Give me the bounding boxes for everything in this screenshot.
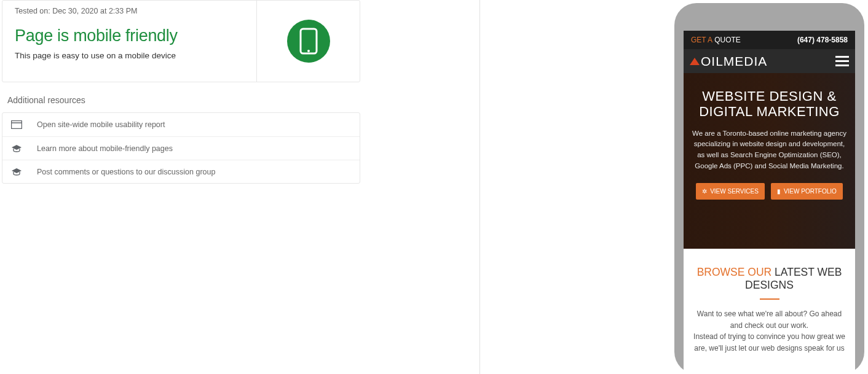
browse-heading-accent: BROWSE OUR (697, 266, 772, 278)
web-icon (11, 119, 26, 130)
result-text-area: Tested on: Dec 30, 2020 at 2:33 PM Page … (2, 1, 256, 82)
accent-divider (760, 298, 779, 300)
view-services-button[interactable]: ✲ VIEW SERVICES (696, 183, 765, 200)
phone-mockup-frame: GET AQUOTE (647) 478-5858 OILMEDIA WEBSI… (674, 3, 864, 374)
hamburger-line-icon (835, 56, 849, 58)
get-a-quote-link[interactable]: GET AQUOTE (691, 36, 741, 44)
hero-title: WEBSITE DESIGN & DIGITAL MARKETING (691, 88, 848, 120)
phone-screen: GET AQUOTE (647) 478-5858 OILMEDIA WEBSI… (684, 31, 855, 374)
quote-text: QUOTE (714, 36, 741, 44)
resource-discussion-group[interactable]: Post comments or questions to our discus… (2, 160, 360, 183)
site-logo[interactable]: OILMEDIA (690, 54, 767, 69)
svg-rect-1 (303, 31, 314, 49)
hamburger-menu-button[interactable] (835, 56, 849, 66)
resource-label: Learn more about mobile-friendly pages (37, 144, 173, 153)
additional-resources-card: Open site-wide mobile usability report L… (2, 112, 360, 184)
resource-usability-report[interactable]: Open site-wide mobile usability report (2, 113, 360, 136)
hamburger-line-icon (835, 60, 849, 62)
browse-p1: Want to see what we're all about? Go ahe… (697, 310, 842, 330)
mobile-friendly-result-card: Tested on: Dec 30, 2020 at 2:33 PM Page … (2, 0, 360, 82)
hero-description: We are a Toronto-based online marketing … (691, 128, 848, 172)
svg-point-2 (307, 50, 310, 52)
vertical-divider (479, 0, 480, 374)
view-portfolio-button[interactable]: ▮ VIEW PORTFOLIO (771, 183, 843, 200)
resource-learn-more[interactable]: Learn more about mobile-friendly pages (2, 136, 360, 160)
preview-topbar: GET AQUOTE (647) 478-5858 (684, 31, 855, 49)
button-label: VIEW PORTFOLIO (784, 188, 837, 195)
phone-number-link[interactable]: (647) 478-5858 (797, 36, 848, 44)
svg-rect-3 (12, 121, 22, 129)
get-a-text: GET A (691, 36, 712, 44)
school-icon (11, 166, 26, 177)
hero-title-line1: WEBSITE DESIGN & (702, 88, 836, 104)
smartphone-icon (299, 28, 318, 55)
document-icon: ▮ (777, 188, 781, 195)
preview-browse-section: BROWSE OUR LATEST WEB DESIGNS Want to se… (684, 249, 855, 354)
mobile-friendly-badge (287, 20, 330, 63)
browse-heading: BROWSE OUR LATEST WEB DESIGNS (691, 266, 848, 292)
resource-label: Open site-wide mobile usability report (37, 120, 165, 129)
browse-description: Want to see what we're all about? Go ahe… (691, 308, 848, 354)
result-icon-area (256, 1, 360, 82)
result-panel: Tested on: Dec 30, 2020 at 2:33 PM Page … (0, 0, 479, 374)
hamburger-line-icon (835, 64, 849, 66)
button-label: VIEW SERVICES (710, 188, 759, 195)
preview-logobar: OILMEDIA (684, 49, 855, 73)
result-subtitle: This page is easy to use on a mobile dev… (15, 51, 244, 60)
preview-hero: WEBSITE DESIGN & DIGITAL MARKETING We ar… (684, 73, 855, 249)
hero-buttons: ✲ VIEW SERVICES ▮ VIEW PORTFOLIO (691, 183, 848, 200)
additional-resources-heading: Additional resources (7, 95, 85, 105)
hero-title-line2: DIGITAL MARKETING (699, 104, 840, 119)
resource-label: Post comments or questions to our discus… (37, 168, 215, 176)
logo-wordmark: OILMEDIA (701, 54, 767, 69)
school-icon (11, 143, 26, 154)
result-title: Page is mobile friendly (15, 26, 244, 45)
logo-mark-icon (690, 58, 700, 65)
gear-icon: ✲ (702, 188, 707, 195)
tested-on-label: Tested on: Dec 30, 2020 at 2:33 PM (15, 7, 244, 15)
browse-p2: Instead of trying to convince you how gr… (693, 332, 845, 353)
